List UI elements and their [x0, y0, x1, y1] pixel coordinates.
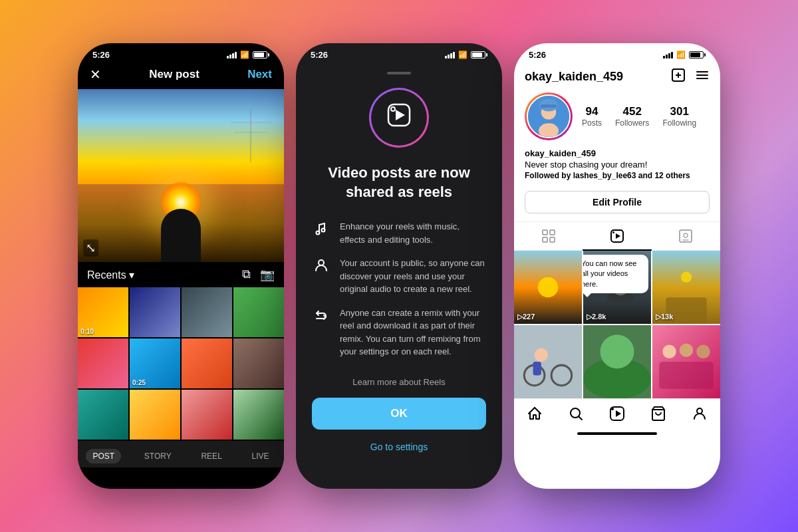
svg-point-19 [539, 123, 559, 138]
svg-rect-50 [659, 362, 714, 389]
svg-marker-25 [616, 233, 620, 239]
expand-icon[interactable]: ⤡ [83, 239, 98, 257]
tab-tagged[interactable] [652, 222, 720, 250]
nav-search-icon[interactable] [568, 406, 584, 426]
video-count-1: ▷227 [517, 313, 535, 321]
tab-reel[interactable]: REEL [194, 449, 228, 464]
gallery-item[interactable] [130, 390, 180, 440]
svg-rect-20 [543, 230, 547, 235]
gallery-item[interactable] [233, 338, 284, 388]
powerline-decoration [231, 109, 271, 162]
video-count-2: ▷2.8k [587, 313, 606, 321]
wifi-icon-3: 📶 [676, 51, 686, 59]
status-time-2: 5:26 [311, 50, 328, 60]
svg-point-55 [611, 408, 614, 410]
signal-icon-3 [663, 52, 673, 59]
avatar-image [528, 94, 569, 138]
gallery-item[interactable] [78, 338, 128, 388]
next-button[interactable]: Next [247, 68, 272, 81]
stat-followers-label: Followers [615, 118, 649, 128]
status-bar-3: 5:26 📶 [514, 43, 720, 63]
gallery-item[interactable] [233, 287, 284, 337]
tab-story[interactable]: STORY [138, 449, 178, 464]
video-thumb-3[interactable]: ▷13k [652, 251, 720, 324]
status-icons-1: 📶 [227, 51, 269, 59]
tab-grid[interactable] [514, 222, 583, 250]
tab-post[interactable]: POST [86, 449, 121, 464]
remix-icon [312, 308, 331, 326]
status-icons-3: 📶 [663, 51, 706, 59]
new-post-title: New post [149, 68, 200, 81]
thumb-duration: 0:25 [132, 379, 146, 386]
tab-reels[interactable] [583, 222, 651, 250]
gallery-item[interactable] [182, 338, 232, 388]
gallery-item[interactable] [130, 287, 180, 337]
svg-rect-38 [514, 325, 582, 398]
reels-main-title: Video posts are now shared as reels [312, 164, 486, 201]
add-post-icon[interactable] [671, 68, 686, 86]
battery-icon-2 [471, 51, 487, 59]
svg-point-57 [697, 408, 702, 414]
gallery-item[interactable]: 0:25 [130, 338, 180, 388]
video-grid: ▷227 You can now see all your videos her… [514, 251, 720, 398]
ok-button[interactable]: OK [312, 398, 486, 430]
gallery-item[interactable] [233, 390, 284, 440]
stat-followers-num: 452 [615, 105, 649, 118]
person-icon [312, 258, 331, 276]
gallery-item[interactable] [182, 390, 232, 440]
wifi-icon-1: 📶 [240, 51, 249, 59]
thumb-duration: 0:10 [80, 328, 94, 335]
bio-followed-suffix: and [636, 171, 654, 180]
svg-rect-22 [543, 237, 547, 242]
svg-rect-21 [550, 230, 555, 235]
bio-section: okay_kaiden_459 Never stop chasing your … [514, 148, 720, 187]
stat-following[interactable]: 301 Following [662, 105, 696, 128]
learn-more-link[interactable]: Learn more about Reels [352, 377, 445, 387]
svg-point-48 [680, 343, 693, 356]
edit-profile-button[interactable]: Edit Profile [525, 191, 710, 213]
avatar[interactable] [525, 92, 573, 140]
bio-followed-others[interactable]: 12 others [654, 171, 690, 180]
svg-point-41 [535, 348, 548, 362]
recents-arrow: ▾ [129, 269, 134, 281]
profile-info-row: 94 Posts 452 Followers 301 Following [514, 92, 720, 140]
stat-posts-label: Posts [582, 118, 602, 128]
menu-icon[interactable] [695, 68, 710, 86]
reels-info-content: Video posts are now shared as reels Enha… [296, 74, 502, 469]
gallery-grid: 0:10 0:25 [78, 287, 284, 441]
video-thumb-2[interactable]: You can now see all your videos here. ▷2… [583, 251, 651, 324]
svg-rect-23 [550, 237, 555, 242]
multi-select-icon[interactable]: ⧉ [242, 267, 251, 282]
svg-marker-4 [396, 110, 405, 120]
close-icon[interactable]: ✕ [90, 66, 101, 82]
gallery-item[interactable]: 0:10 [78, 287, 128, 337]
camera-icon[interactable]: 📷 [260, 267, 275, 282]
video-thumb-6[interactable] [652, 325, 720, 398]
profile-tabs [514, 221, 720, 251]
svg-line-52 [579, 417, 583, 420]
post-type-tabs: POST STORY REEL LIVE [78, 441, 284, 467]
svg-point-8 [319, 260, 324, 265]
feature-public-text: Your account is public, so anyone can di… [340, 257, 486, 296]
video-count-3: ▷13k [656, 313, 673, 321]
bottom-nav [514, 398, 720, 428]
gallery-item[interactable] [78, 390, 128, 440]
recents-dropdown[interactable]: Recents ▾ [87, 269, 134, 281]
nav-home-icon[interactable] [527, 406, 543, 426]
nav-profile-icon[interactable] [692, 406, 708, 426]
video-thumb-4[interactable] [514, 325, 582, 398]
svg-point-31 [538, 277, 559, 298]
profile-header-actions [671, 68, 710, 86]
nav-reels-icon[interactable] [609, 406, 625, 426]
video-thumb-1[interactable]: ▷227 [514, 251, 582, 324]
go-to-settings-link[interactable]: Go to settings [366, 438, 432, 456]
video-thumb-5[interactable] [583, 325, 651, 398]
stat-followers[interactable]: 452 Followers [615, 105, 649, 128]
feature-music-text: Enhance your reels with music, effects a… [340, 220, 486, 246]
nav-shop-icon[interactable] [650, 406, 666, 426]
tab-live[interactable]: LIVE [245, 449, 276, 464]
tooltip-see-videos: You can now see all your videos here. [583, 255, 648, 293]
gallery-item[interactable] [182, 287, 232, 337]
bio-followed-name1[interactable]: lashes_by_lee63 [573, 171, 636, 180]
feature-music: Enhance your reels with music, effects a… [312, 220, 486, 246]
